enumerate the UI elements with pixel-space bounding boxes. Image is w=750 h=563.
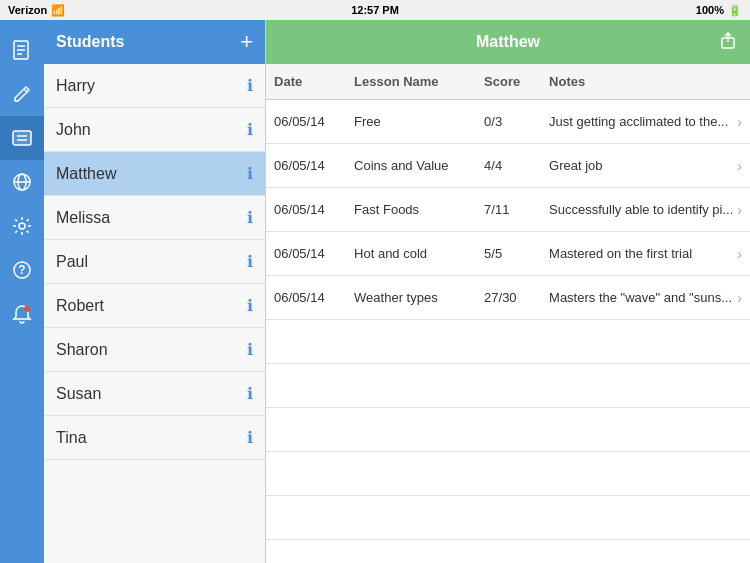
student-info-icon[interactable]: ℹ xyxy=(247,76,253,95)
cell-score: 4/4 xyxy=(484,158,549,173)
table-row[interactable]: 06/05/14 Coins and Value 4/4 Great job › xyxy=(266,144,750,188)
student-item[interactable]: Paul ℹ xyxy=(44,240,265,284)
cell-lesson: Fast Foods xyxy=(354,202,484,217)
cell-notes: Successfully able to identify pi... xyxy=(549,202,733,217)
students-header: Students + xyxy=(44,20,265,64)
battery-icon: 🔋 xyxy=(728,4,742,17)
svg-point-11 xyxy=(19,223,25,229)
carrier-label: Verizon xyxy=(8,4,47,16)
cell-notes: Just getting acclimated to the... xyxy=(549,114,733,129)
svg-point-14 xyxy=(24,306,30,312)
student-info-icon[interactable]: ℹ xyxy=(247,340,253,359)
col-date-header: Date xyxy=(274,74,354,89)
status-bar: Verizon 📶 12:57 PM 100% 🔋 xyxy=(0,0,750,20)
book-nav-button[interactable] xyxy=(0,28,44,72)
chevron-right-icon: › xyxy=(733,246,742,262)
chevron-right-icon: › xyxy=(733,202,742,218)
cell-date: 06/05/14 xyxy=(274,246,354,261)
chevron-right-icon: › xyxy=(733,158,742,174)
table-row[interactable]: 06/05/14 Hot and cold 5/5 Mastered on th… xyxy=(266,232,750,276)
student-name: Tina xyxy=(56,429,87,447)
cell-date: 06/05/14 xyxy=(274,202,354,217)
svg-text:?: ? xyxy=(18,263,25,277)
student-item[interactable]: Harry ℹ xyxy=(44,64,265,108)
students-list: Harry ℹ John ℹ Matthew ℹ Melissa ℹ Paul … xyxy=(44,64,265,563)
edit-nav-button[interactable] xyxy=(0,72,44,116)
cell-date: 06/05/14 xyxy=(274,114,354,129)
student-info-icon[interactable]: ℹ xyxy=(247,384,253,403)
student-item[interactable]: Matthew ℹ xyxy=(44,152,265,196)
table-row[interactable]: 06/05/14 Fast Foods 7/11 Successfully ab… xyxy=(266,188,750,232)
share-button[interactable] xyxy=(718,30,738,55)
cell-notes: Mastered on the first trial xyxy=(549,246,733,261)
cell-score: 7/11 xyxy=(484,202,549,217)
student-name: Susan xyxy=(56,385,101,403)
status-left: Verizon 📶 xyxy=(8,4,65,17)
student-name: Harry xyxy=(56,77,95,95)
battery-label: 100% xyxy=(696,4,724,16)
list-nav-button[interactable] xyxy=(0,116,44,160)
student-info-icon[interactable]: ℹ xyxy=(247,428,253,447)
cell-lesson: Hot and cold xyxy=(354,246,484,261)
col-notes-header: Notes xyxy=(549,74,742,89)
student-info-icon[interactable]: ℹ xyxy=(247,120,253,139)
cell-date: 06/05/14 xyxy=(274,290,354,305)
students-panel: Students + Harry ℹ John ℹ Matthew ℹ Meli… xyxy=(44,20,266,563)
cell-score: 27/30 xyxy=(484,290,549,305)
empty-row xyxy=(266,408,750,452)
students-title: Students xyxy=(56,33,124,51)
student-name: John xyxy=(56,121,91,139)
student-name: Robert xyxy=(56,297,104,315)
cell-date: 06/05/14 xyxy=(274,158,354,173)
col-lesson-header: Lesson Name xyxy=(354,74,484,89)
time-label: 12:57 PM xyxy=(351,4,399,16)
globe-nav-button[interactable] xyxy=(0,160,44,204)
help-nav-button[interactable]: ? xyxy=(0,248,44,292)
empty-row xyxy=(266,320,750,364)
student-item[interactable]: Tina ℹ xyxy=(44,416,265,460)
student-item[interactable]: Robert ℹ xyxy=(44,284,265,328)
col-score-header: Score xyxy=(484,74,549,89)
chevron-right-icon: › xyxy=(733,290,742,306)
table-header: Date Lesson Name Score Notes xyxy=(266,64,750,100)
svg-line-4 xyxy=(24,89,27,92)
wifi-icon: 📶 xyxy=(51,4,65,17)
main-title: Matthew xyxy=(476,33,540,51)
svg-rect-5 xyxy=(13,131,31,145)
student-name: Paul xyxy=(56,253,88,271)
student-info-icon[interactable]: ℹ xyxy=(247,164,253,183)
settings-nav-button[interactable] xyxy=(0,204,44,248)
main-header: Matthew xyxy=(266,20,750,64)
status-right: 100% 🔋 xyxy=(696,4,742,17)
notification-nav-button[interactable] xyxy=(0,292,44,336)
empty-row xyxy=(266,452,750,496)
cell-lesson: Free xyxy=(354,114,484,129)
student-info-icon[interactable]: ℹ xyxy=(247,208,253,227)
table-row[interactable]: 06/05/14 Free 0/3 Just getting acclimate… xyxy=(266,100,750,144)
empty-row xyxy=(266,364,750,408)
cell-notes: Masters the "wave" and "suns... xyxy=(549,290,733,305)
add-student-button[interactable]: + xyxy=(240,29,253,55)
icon-sidebar: ? xyxy=(0,20,44,563)
student-name: Matthew xyxy=(56,165,116,183)
app-container: ? Students + Harry ℹ John ℹ Matthew ℹ Me… xyxy=(0,20,750,563)
student-name: Melissa xyxy=(56,209,110,227)
table-row[interactable]: 06/05/14 Weather types 27/30 Masters the… xyxy=(266,276,750,320)
cell-score: 5/5 xyxy=(484,246,549,261)
student-item[interactable]: John ℹ xyxy=(44,108,265,152)
student-item[interactable]: Sharon ℹ xyxy=(44,328,265,372)
cell-notes: Great job xyxy=(549,158,733,173)
student-info-icon[interactable]: ℹ xyxy=(247,296,253,315)
empty-rows xyxy=(266,320,750,563)
student-info-icon[interactable]: ℹ xyxy=(247,252,253,271)
cell-lesson: Weather types xyxy=(354,290,484,305)
main-content: Matthew Date Lesson Name Score Notes 06/… xyxy=(266,20,750,563)
student-name: Sharon xyxy=(56,341,108,359)
cell-lesson: Coins and Value xyxy=(354,158,484,173)
student-item[interactable]: Melissa ℹ xyxy=(44,196,265,240)
table-rows: 06/05/14 Free 0/3 Just getting acclimate… xyxy=(266,100,750,320)
cell-score: 0/3 xyxy=(484,114,549,129)
chevron-right-icon: › xyxy=(733,114,742,130)
student-item[interactable]: Susan ℹ xyxy=(44,372,265,416)
empty-row xyxy=(266,496,750,540)
